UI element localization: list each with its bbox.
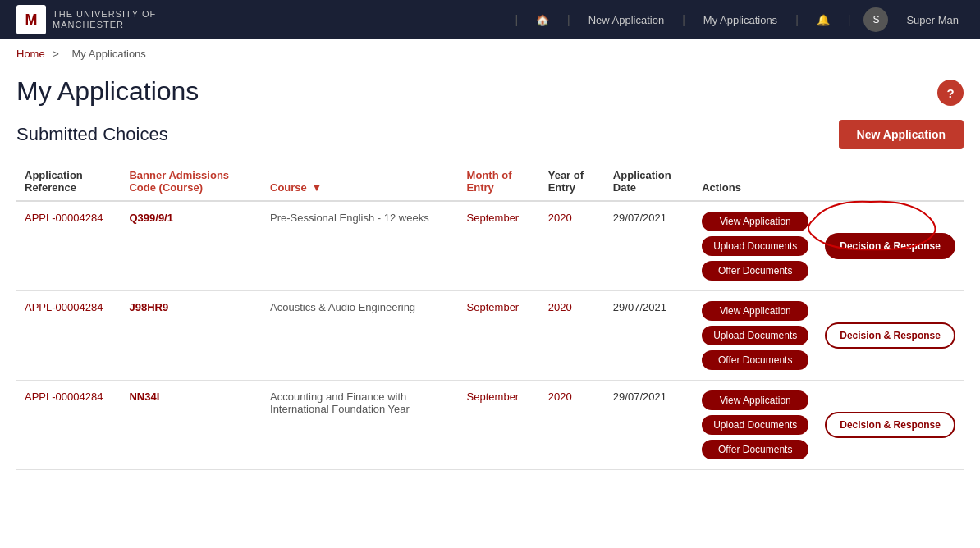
nav-new-application[interactable]: New Application (584, 11, 670, 30)
table-row: APPL-00004284J98HR9Acoustics & Audio Eng… (16, 291, 964, 381)
year-entry: 2020 (548, 212, 572, 224)
nav-divider-4: | (795, 13, 799, 26)
user-avatar[interactable]: S (863, 7, 888, 32)
action-button-upload-documents[interactable]: Upload Documents (702, 236, 808, 256)
nav-my-applications[interactable]: My Applications (698, 11, 782, 30)
app-ref-link[interactable]: APPL-00004284 (25, 212, 103, 224)
app-date: 29/07/2021 (605, 201, 694, 291)
col-course[interactable]: Course ▼ (262, 162, 459, 201)
course-name: Acoustics & Audio Engineering (270, 301, 415, 313)
app-date: 29/07/2021 (605, 381, 694, 470)
table-row: APPL-00004284Q399/9/1Pre-Sessional Engli… (16, 201, 964, 291)
action-button-offer-documents[interactable]: Offer Documents (702, 261, 808, 281)
main-content: My Applications ? Submitted Choices New … (0, 68, 980, 486)
action-button-offer-documents[interactable]: Offer Documents (702, 350, 808, 370)
logo: M THE UNIVERSITY OF MANCHESTER (16, 5, 156, 34)
applications-table: Application Reference Banner Admissions … (16, 162, 964, 470)
actions-cell: View ApplicationUpload DocumentsOffer Do… (694, 291, 817, 381)
app-ref-link[interactable]: APPL-00004284 (25, 301, 103, 313)
action-button-view-application[interactable]: View Application (702, 390, 808, 410)
nav-home-icon[interactable]: 🏠 (531, 11, 554, 30)
col-decision (817, 162, 964, 201)
decision-response-button[interactable]: Decision & Response (825, 412, 955, 438)
section-title: Submitted Choices (16, 124, 168, 145)
table-header: Application Reference Banner Admissions … (16, 162, 964, 201)
banner-code: Q399/9/1 (129, 212, 173, 224)
col-year-entry: Year of Entry (540, 162, 605, 201)
breadcrumb-current: My Applications (72, 48, 146, 60)
table-body: APPL-00004284Q399/9/1Pre-Sessional Engli… (16, 201, 964, 470)
course-name: Accounting and Finance with Internationa… (270, 390, 410, 415)
table-row: APPL-00004284NN34IAccounting and Finance… (16, 381, 964, 470)
breadcrumb-separator: > (53, 48, 59, 60)
page-header: My Applications ? (16, 76, 964, 107)
nav-user-name[interactable]: Super Man (901, 11, 964, 30)
nav-divider-1: | (515, 13, 518, 26)
col-app-ref: Application Reference (16, 162, 121, 201)
year-entry: 2020 (548, 390, 572, 403)
year-entry: 2020 (548, 301, 572, 313)
actions-cell: View ApplicationUpload DocumentsOffer Do… (694, 201, 817, 291)
month-entry: September (467, 212, 520, 224)
action-button-upload-documents[interactable]: Upload Documents (702, 415, 808, 435)
nav-divider-3: | (682, 13, 685, 26)
app-date: 29/07/2021 (605, 291, 694, 381)
breadcrumb-home[interactable]: Home (16, 48, 45, 60)
app-ref-link[interactable]: APPL-00004284 (25, 390, 103, 403)
action-button-upload-documents[interactable]: Upload Documents (702, 326, 808, 345)
nav-divider-5: | (848, 13, 851, 26)
banner-code: J98HR9 (129, 301, 168, 313)
nav-divider-2: | (567, 13, 570, 26)
section-header: Submitted Choices New Application (16, 120, 964, 149)
month-entry: September (467, 301, 520, 313)
decision-cell: Decision & Response (817, 381, 964, 470)
course-name: Pre-Sessional English - 12 weeks (270, 212, 429, 224)
logo-icon: M (16, 5, 46, 34)
action-button-view-application[interactable]: View Application (702, 212, 808, 231)
decision-cell: Decision & Response (817, 201, 964, 291)
new-application-button[interactable]: New Application (839, 120, 964, 149)
decision-response-button[interactable]: Decision & Response (825, 233, 955, 259)
decision-response-button[interactable]: Decision & Response (825, 322, 955, 349)
nav-bell-icon[interactable]: 🔔 (812, 11, 835, 30)
decision-cell: Decision & Response (817, 291, 964, 381)
breadcrumb: Home > My Applications (0, 39, 980, 68)
course-sort-arrow: ▼ (311, 181, 322, 194)
banner-code: NN34I (129, 390, 159, 403)
col-banner-code: Banner Admissions Code (Course) (121, 162, 262, 201)
col-actions: Actions (694, 162, 817, 201)
actions-cell: View ApplicationUpload DocumentsOffer Do… (694, 381, 817, 470)
col-month-entry: Month of Entry (459, 162, 540, 201)
logo-text: THE UNIVERSITY OF MANCHESTER (53, 9, 156, 30)
navbar: M THE UNIVERSITY OF MANCHESTER | 🏠 | New… (0, 0, 980, 39)
help-button[interactable]: ? (937, 80, 964, 106)
col-app-date: Application Date (605, 162, 694, 201)
action-button-view-application[interactable]: View Application (702, 301, 808, 321)
month-entry: September (467, 390, 520, 403)
action-button-offer-documents[interactable]: Offer Documents (702, 440, 808, 459)
page-title: My Applications (16, 76, 199, 107)
